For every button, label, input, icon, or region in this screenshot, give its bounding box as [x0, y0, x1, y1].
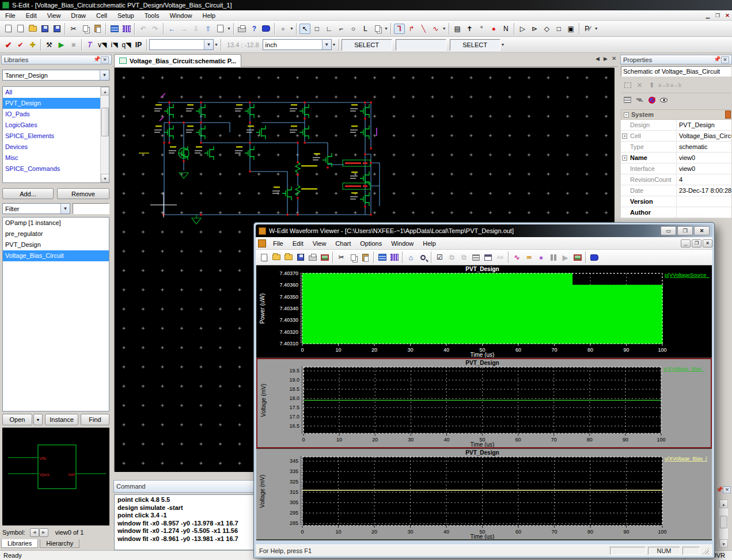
rectangle-tool-icon[interactable]: □: [312, 24, 323, 34]
symbol-prev-button[interactable]: ◀: [30, 528, 39, 537]
help-icon[interactable]: ?: [249, 24, 260, 34]
play-icon[interactable]: ▶: [560, 252, 571, 262]
property-row[interactable]: Author: [621, 207, 731, 218]
menu-draw[interactable]: Draw: [66, 11, 91, 20]
stop-simulation-icon[interactable]: ■: [68, 40, 79, 50]
property-row[interactable]: DesignPVT_Design: [621, 120, 731, 131]
close-icon[interactable]: ✕: [694, 226, 710, 235]
spline-tool-icon[interactable]: ∿: [430, 24, 441, 34]
global-port-icon[interactable]: ▣: [566, 24, 577, 34]
delete-property-icon[interactable]: ✕: [634, 80, 645, 90]
save-all-icon[interactable]: [51, 24, 62, 34]
promote-property-icon[interactable]: ⬆: [646, 80, 657, 90]
collapse-icon[interactable]: −: [624, 112, 629, 117]
menu-view[interactable]: View: [42, 11, 66, 20]
out-port-icon[interactable]: ⊳: [529, 24, 540, 34]
select-tool-icon[interactable]: ↖: [299, 24, 310, 34]
select-mode-left[interactable]: SELECT: [342, 39, 392, 51]
inout-port-icon[interactable]: ◇: [541, 24, 552, 34]
abc-icon[interactable]: ᴬB꜀: [634, 95, 645, 105]
filter-input[interactable]: [73, 203, 109, 214]
expand-traces-icon[interactable]: ⧉: [446, 252, 457, 262]
waveform-chart-voltage-1[interactable]: PVT_Design16.517.017.518.018.519.019.501…: [256, 358, 712, 448]
print-icon[interactable]: [237, 24, 248, 34]
probe-charge-icon[interactable]: q◥: [121, 40, 132, 50]
library-list-scrollbar[interactable]: ▲▼: [100, 87, 109, 182]
property-row[interactable]: RevisionCount4: [621, 174, 731, 185]
probe-cross-icon[interactable]: ✚: [27, 40, 38, 50]
new-chart-window-icon[interactable]: [483, 252, 494, 262]
pop-up-icon[interactable]: ⇧: [203, 24, 214, 34]
snapshot-icon[interactable]: [319, 252, 330, 262]
paste-icon[interactable]: [92, 24, 103, 34]
instance-tool-icon[interactable]: [372, 24, 383, 34]
find-cell-button[interactable]: Find: [81, 414, 109, 425]
filter-combo[interactable]: Filter▼: [2, 203, 70, 214]
print-icon[interactable]: [307, 252, 318, 262]
mdi-close-icon[interactable]: ✕: [723, 12, 732, 20]
property-row[interactable]: +Nameview0: [621, 153, 731, 163]
help-book-icon[interactable]: [589, 252, 600, 262]
push-down-icon[interactable]: ⇩: [191, 24, 202, 34]
new-property-icon[interactable]: [622, 80, 633, 90]
label-tool-icon[interactable]: L: [360, 24, 371, 34]
open-icon[interactable]: [271, 252, 282, 262]
open-cell-dropdown[interactable]: ▼: [33, 414, 43, 425]
simulation-combo[interactable]: ▼: [149, 39, 214, 50]
unit-combo[interactable]: inch▼: [263, 39, 332, 50]
mdi-minimize-icon[interactable]: ▁: [703, 12, 712, 20]
net-label-tool-icon[interactable]: N: [500, 24, 511, 34]
probe-ip-icon[interactable]: IP: [133, 40, 144, 50]
trace-list-icon[interactable]: [471, 252, 481, 262]
redo-icon[interactable]: ↷: [150, 24, 161, 34]
symbol-text-icon[interactable]: ▤: [452, 24, 463, 34]
library-item[interactable]: Devices: [3, 142, 109, 153]
maximize-icon[interactable]: ❒: [677, 226, 693, 235]
library-item[interactable]: LogicGates: [3, 120, 109, 131]
cell-item[interactable]: PVT_Design: [3, 239, 109, 250]
property-row[interactable]: Typeschematic: [621, 142, 731, 153]
polygon-tool-icon[interactable]: ∟: [324, 24, 335, 34]
menu-tools[interactable]: Tools: [139, 11, 165, 20]
save-icon[interactable]: [295, 252, 306, 262]
save-icon[interactable]: [39, 24, 50, 34]
pin-icon[interactable]: 📌: [716, 486, 723, 493]
property-row[interactable]: Interfaceview0: [621, 163, 731, 174]
circle-tool-icon[interactable]: ○: [348, 24, 359, 34]
no-entry-icon[interactable]: [646, 95, 657, 105]
circle-tool-disabled-icon[interactable]: ●: [278, 24, 289, 34]
document-tab[interactable]: Voltage_Bias_Circuit:schematic P...: [114, 54, 241, 67]
other-port-icon[interactable]: □: [553, 24, 564, 34]
copy-icon[interactable]: [80, 24, 91, 34]
copy-icon[interactable]: [348, 252, 359, 262]
mdi-restore-icon[interactable]: ❐: [692, 239, 701, 247]
resize-grip[interactable]: [702, 547, 709, 554]
probe-t-icon[interactable]: 𝑇: [85, 40, 96, 50]
open-icon[interactable]: [27, 24, 38, 34]
library-item[interactable]: PVT_Design: [3, 98, 109, 109]
tab-close-icon[interactable]: ✕: [612, 55, 616, 62]
manual-icon[interactable]: [261, 24, 272, 34]
start-simulation-icon[interactable]: ▶: [56, 40, 67, 50]
w-menu-options[interactable]: Options: [355, 239, 386, 248]
w-menu-file[interactable]: File: [268, 239, 288, 248]
library-item[interactable]: IO_Pads: [3, 109, 109, 120]
menu-window[interactable]: Window: [164, 11, 197, 20]
select-filter-field[interactable]: [396, 39, 446, 51]
visibility-icon[interactable]: [658, 95, 669, 105]
w-menu-edit[interactable]: Edit: [288, 239, 308, 248]
node-tool-icon[interactable]: °: [476, 24, 487, 34]
view-symbol-icon[interactable]: [109, 24, 120, 34]
expand-icon[interactable]: +: [622, 155, 627, 161]
tab-scroll-left-icon[interactable]: ◀: [596, 56, 600, 62]
property-row[interactable]: Version: [621, 196, 731, 207]
pin-icon[interactable]: 📌: [93, 56, 101, 63]
cell-item[interactable]: OPamp [1 instance]: [3, 218, 109, 228]
pin-icon[interactable]: 📌: [714, 56, 721, 63]
select-mode-right[interactable]: SELECT: [450, 39, 500, 51]
image-export-icon[interactable]: [572, 252, 583, 262]
waveform-measure-icon[interactable]: ≃: [524, 252, 534, 262]
library-item[interactable]: Misc: [3, 153, 109, 163]
property-edit-icon[interactable]: P∕: [582, 24, 593, 34]
menu-file[interactable]: File: [0, 11, 21, 20]
